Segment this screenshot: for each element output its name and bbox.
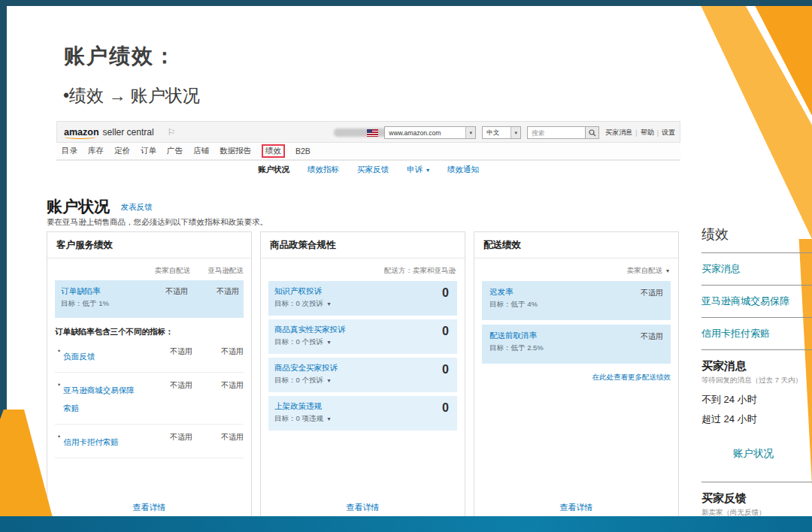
bullet-icon: • xyxy=(58,381,60,388)
seller-central-header: amazon seller central ⚐ www.amazon.com ▾… xyxy=(56,121,680,143)
customer-service-performance-panel: 客户服务绩效 卖家自配送 亚马逊配送 订单缺陷率 目标：低于 1% 不适用 不适… xyxy=(47,231,252,517)
performance-sidebar: 绩效 买家消息 亚马逊商城交易保障 信用卡拒付索赔 买家消息 等待回复的消息（过… xyxy=(701,225,812,525)
header-link-help[interactable]: 帮助 xyxy=(641,128,654,138)
divider xyxy=(701,349,812,350)
chevron-down-icon: ▾ xyxy=(666,268,669,274)
chevron-down-icon[interactable]: ▾ xyxy=(328,301,331,307)
slide-title: 账户绩效： xyxy=(64,42,177,71)
metric-seller-value: 不适用 xyxy=(144,346,192,357)
view-details-link[interactable]: 查看详情 xyxy=(347,503,380,512)
buyer-messages-subtext: 等待回复的消息（过去 7 天内） xyxy=(701,376,812,385)
row-target: 目标：0 个投诉 ▾ xyxy=(274,337,432,347)
pre-fulfillment-cancel-rate-link[interactable]: 配送前取消率 xyxy=(489,331,663,341)
row-value: 不适用 xyxy=(641,331,663,342)
sidebar-link-atoz-guarantee[interactable]: 亚马逊商城交易保障 xyxy=(701,292,812,310)
late-shipment-rate-link[interactable]: 迟发率 xyxy=(489,287,663,298)
shipping-performance-panel: 配送绩效 卖家自配送 ▾ 迟发率 目标：低于 4% 不适用 配送前取消率 目标：… xyxy=(474,231,679,517)
buyer-feedback-heading: 买家反馈 xyxy=(701,491,812,506)
sidebar-link-buyer-messages[interactable]: 买家消息 xyxy=(701,260,812,278)
nav-item-catalog[interactable]: 目录 xyxy=(62,146,77,156)
listing-violations-link[interactable]: 上架政策违规 xyxy=(274,401,432,412)
row-target-text: 目标：0 个投诉 xyxy=(274,376,323,384)
order-defect-rate-link[interactable]: 订单缺陷率 xyxy=(61,286,140,297)
metric-fba-value: 不适用 xyxy=(192,380,244,391)
ip-complaints-link[interactable]: 知识产权投诉 xyxy=(274,286,432,297)
atoz-claims-link[interactable]: 亚马逊商城交易保障索赔 xyxy=(63,385,135,413)
nav-item-b2b[interactable]: B2B xyxy=(295,147,311,156)
subnav-buyer-feedback[interactable]: 买家反馈 xyxy=(357,165,389,175)
chargeback-claims-link[interactable]: 信用卡拒付索赔 xyxy=(63,437,119,446)
metric-row-chargeback-claims: • 信用卡拒付索赔 不适用 不适用 xyxy=(55,425,244,458)
row-target: 目标：低于 2.5% xyxy=(489,343,663,353)
col-seller-fulfilled: 卖家自配送 xyxy=(142,266,190,276)
main-nav: 目录 库存 定价 订单 广告 店铺 数据报告 绩效 B2B xyxy=(56,143,680,161)
search-input[interactable] xyxy=(527,126,586,139)
nav-item-reports[interactable]: 数据报告 xyxy=(220,146,251,156)
slide-bullet: •绩效 → 账户状况 xyxy=(63,84,200,107)
sidebar-link-chargeback-claims[interactable]: 信用卡拒付索赔 xyxy=(701,325,812,343)
view-details-link[interactable]: 查看详情 xyxy=(560,503,593,512)
give-feedback-link[interactable]: 发表反馈 xyxy=(120,202,152,211)
seller-central-logo-text: seller central xyxy=(103,127,154,138)
panel-title: 客户服务绩效 xyxy=(47,232,251,258)
slide-canvas: 账户绩效： •绩效 → 账户状况 amazon seller central ⚐… xyxy=(0,0,812,532)
bottom-blue-bar xyxy=(0,516,812,532)
negative-feedback-link[interactable]: 负面反馈 xyxy=(63,352,95,361)
order-defect-rate-row: 订单缺陷率 目标：低于 1% 不适用 不适用 xyxy=(55,280,244,318)
subnav-performance-notifications[interactable]: 绩效通知 xyxy=(447,165,479,175)
nav-item-advertising[interactable]: 广告 xyxy=(167,146,183,156)
header-separator: | xyxy=(635,129,637,137)
nav-item-performance-highlighted[interactable]: 绩效 xyxy=(262,144,285,158)
nav-item-stores[interactable]: 店铺 xyxy=(193,146,209,156)
row-target: 目标：0 个投诉 ▾ xyxy=(274,376,432,385)
chevron-down-icon: ▾ xyxy=(426,167,429,174)
product-policy-compliance-panel: 商品政策合规性 配送方：卖家和亚马逊 知识产权投诉 目标：0 次投诉 ▾ 0 商… xyxy=(260,231,465,517)
row-value: 不适用 xyxy=(641,288,663,298)
search-button[interactable] xyxy=(586,126,599,139)
subnav-performance-metrics[interactable]: 绩效指标 xyxy=(308,165,339,175)
language-dropdown[interactable]: 中文 ▾ xyxy=(482,126,521,139)
subnav-appeals[interactable]: 申诉 ▾ xyxy=(407,165,429,175)
view-more-shipping-link[interactable]: 在此处查看更多配送绩效 xyxy=(482,373,671,382)
policy-row-listing-violations: 上架政策违规 目标：0 项违规 ▾ 0 xyxy=(268,396,457,431)
divider xyxy=(701,317,812,318)
sidebar-account-health-link[interactable]: 账户状况 xyxy=(733,447,812,461)
metric-row-negative-feedback: • 负面反馈 不适用 不适用 xyxy=(55,339,244,373)
panel-title: 配送绩效 xyxy=(474,232,678,258)
fulfillment-scope: 配送方：卖家和亚马逊 xyxy=(270,266,456,276)
metric-row-atoz-claims: • 亚马逊商城交易保障索赔 不适用 不适用 xyxy=(55,373,244,425)
row-value: 0 xyxy=(442,325,449,338)
marketplace-dropdown[interactable]: www.amazon.com ▾ xyxy=(384,126,476,139)
amazon-logo: amazon xyxy=(64,127,99,138)
subnav-account-health[interactable]: 账户状况 xyxy=(258,165,289,175)
page-subtitle: 要在亚马逊上销售商品，您必须达到以下绩效指标和政策要求。 xyxy=(47,217,268,228)
policy-row-authenticity-complaints: 商品真实性买家投诉 目标：0 个投诉 ▾ 0 xyxy=(268,319,457,354)
policy-row-ip-complaints: 知识产权投诉 目标：0 次投诉 ▾ 0 xyxy=(268,281,457,316)
policy-row-safety-complaints: 商品安全买家投诉 目标：0 个投诉 ▾ 0 xyxy=(268,358,457,392)
safety-complaints-link[interactable]: 商品安全买家投诉 xyxy=(274,363,432,373)
nav-item-inventory[interactable]: 库存 xyxy=(88,146,104,156)
bullet-icon: • xyxy=(58,347,60,355)
odr-note: 订单缺陷率包含三个不同的指标： xyxy=(55,327,244,337)
fulfillment-scope-dropdown[interactable]: 卖家自配送 ▾ xyxy=(483,266,669,276)
header-link-messages[interactable]: 买家消息 xyxy=(605,128,632,138)
chevron-down-icon[interactable]: ▾ xyxy=(328,377,331,384)
chevron-down-icon[interactable]: ▾ xyxy=(328,339,331,346)
nav-item-pricing[interactable]: 定价 xyxy=(114,146,130,156)
chevron-down-icon[interactable]: ▾ xyxy=(328,416,331,422)
frame-top-border xyxy=(0,0,812,6)
search-icon xyxy=(589,129,596,137)
row-target: 目标：0 次投诉 ▾ xyxy=(274,299,432,309)
header-link-settings[interactable]: 设置 xyxy=(662,128,675,138)
nav-item-orders[interactable]: 订单 xyxy=(141,146,156,156)
panel-title: 商品政策合规性 xyxy=(261,232,465,258)
us-flag-icon xyxy=(367,129,378,137)
view-details-link[interactable]: 查看详情 xyxy=(133,503,166,512)
odr-fba-value: 不适用 xyxy=(188,286,239,297)
metric-seller-value: 不适用 xyxy=(144,380,192,391)
authenticity-complaints-link[interactable]: 商品真实性买家投诉 xyxy=(274,325,432,335)
row-target-text: 目标：0 项违规 xyxy=(274,414,323,422)
buyer-messages-heading: 买家消息 xyxy=(701,359,812,373)
row-value: 0 xyxy=(442,401,449,415)
divider xyxy=(701,252,812,253)
